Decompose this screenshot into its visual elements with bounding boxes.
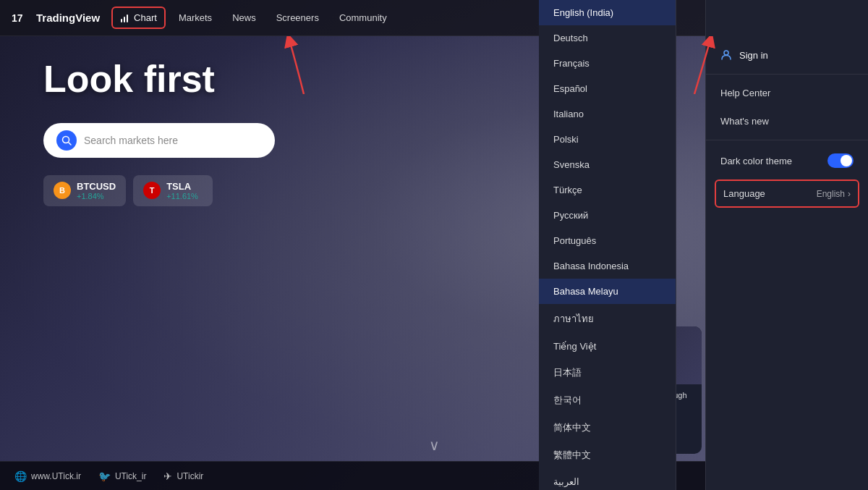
svg-text:17: 17 [12, 12, 23, 24]
dark-theme-row: Dark color theme [706, 145, 868, 177]
whats-new-link[interactable]: What's new [706, 107, 868, 135]
twitter-icon: 🐦 [98, 470, 111, 482]
search-placeholder: Search markets here [84, 135, 178, 146]
lang-item-vietnamese[interactable]: Tiếng Việt [539, 334, 676, 359]
lang-item-bahasa-indonesia[interactable]: Bahasa Indonesia [539, 253, 676, 279]
lang-item-traditional-chinese[interactable]: 繁體中文 [539, 442, 676, 469]
logo-icon: 17 [12, 11, 32, 25]
lang-item-polski[interactable]: Polski [539, 127, 676, 152]
sign-in-label: Sign in [739, 50, 768, 61]
chevron-right-icon: › [848, 189, 851, 199]
tsla-symbol: TSLA [166, 181, 198, 192]
search-bar[interactable]: Search markets here [43, 123, 275, 158]
language-value: English [817, 189, 845, 199]
lang-item-thai[interactable]: ภาษาไทย [539, 304, 676, 334]
sign-in-icon [720, 49, 732, 61]
ticker-chip-btcusd[interactable]: B BTCUSD +1.84% [43, 175, 126, 206]
lang-item-simplified-chinese[interactable]: 简体中文 [539, 414, 676, 442]
community-label: Community [339, 12, 387, 23]
website-label: www.UTick.ir [31, 471, 81, 481]
lang-item-arabic[interactable]: العربية [539, 469, 676, 490]
chart-label: Chart [134, 12, 157, 23]
search-icon [61, 135, 72, 145]
lang-item-english-india[interactable]: English (India) [539, 0, 676, 25]
sign-in-button[interactable]: Sign in [706, 41, 868, 69]
hero-title: Look first [43, 58, 275, 101]
dark-theme-toggle[interactable] [827, 153, 854, 168]
bottom-telegram[interactable]: ✈ UTickir [163, 470, 203, 482]
lang-item-korean[interactable]: 한국어 [539, 386, 676, 414]
lang-item-espanol[interactable]: Español [539, 76, 676, 101]
lang-item-japanese[interactable]: 日本語 [539, 359, 676, 386]
svg-rect-2 [124, 17, 125, 22]
nav-markets[interactable]: Markets [171, 8, 219, 28]
language-label: Language [723, 188, 765, 199]
lang-item-russian[interactable]: Русский [539, 203, 676, 228]
btcusd-info: BTCUSD +1.84% [77, 181, 116, 200]
ticker-row: B BTCUSD +1.84% T TSLA +11.61% [43, 175, 275, 206]
tsla-change: +11.61% [166, 192, 198, 200]
language-dropdown: English (India) Deutsch Français Español… [539, 0, 676, 490]
whats-new-label: What's new [720, 116, 769, 127]
lang-item-svenska[interactable]: Svenska [539, 152, 676, 177]
user-panel: Sign in Help Center What's new Dark colo… [705, 0, 868, 490]
panel-divider-1 [706, 74, 868, 75]
scroll-indicator: ∨ [429, 436, 440, 454]
lang-item-bahasa-melayu[interactable]: Bahasa Melayu [539, 279, 676, 304]
lang-item-turkce[interactable]: Türkçe [539, 177, 676, 203]
btcusd-symbol: BTCUSD [77, 181, 116, 192]
brand-name: TradingView [36, 12, 100, 24]
screeners-label: Screeners [276, 12, 319, 23]
help-center-link[interactable]: Help Center [706, 79, 868, 107]
svg-rect-1 [121, 19, 122, 22]
lang-item-italiano[interactable]: Italiano [539, 101, 676, 127]
twitter-label: UTick_ir [115, 471, 147, 481]
language-value-row: English › [817, 189, 851, 199]
bottom-website[interactable]: 🌐 www.UTick.ir [14, 470, 81, 482]
nav-screeners[interactable]: Screeners [269, 8, 326, 28]
btcusd-change: +1.84% [77, 192, 116, 200]
lang-item-francais[interactable]: Français [539, 51, 676, 76]
globe-icon: 🌐 [14, 470, 27, 482]
hero-content: Look first Search markets here B BTCUSD … [43, 58, 275, 206]
nav-chart[interactable]: Chart [111, 7, 166, 29]
lang-item-portuguese[interactable]: Português [539, 228, 676, 253]
lang-item-deutsch[interactable]: Deutsch [539, 25, 676, 51]
brand-logo: 17 TradingView [12, 11, 100, 25]
svg-point-9 [724, 51, 728, 55]
nav-news[interactable]: News [225, 8, 263, 28]
nav-community[interactable]: Community [332, 8, 394, 28]
search-icon-circle [56, 130, 77, 151]
bottom-twitter[interactable]: 🐦 UTick_ir [98, 470, 147, 482]
ticker-chip-tsla[interactable]: T TSLA +11.61% [133, 175, 213, 206]
tsla-icon: T [143, 182, 161, 199]
panel-divider-2 [706, 140, 868, 140]
chart-icon [120, 13, 130, 23]
svg-rect-3 [127, 14, 128, 22]
telegram-label: UTickir [176, 471, 203, 481]
svg-line-8 [69, 142, 72, 145]
language-row[interactable]: Language English › [715, 179, 859, 208]
dark-theme-label: Dark color theme [720, 156, 792, 166]
tsla-info: TSLA +11.61% [166, 181, 198, 200]
markets-label: Markets [179, 12, 212, 23]
btc-icon: B [54, 182, 71, 199]
news-label: News [232, 12, 256, 23]
telegram-icon: ✈ [163, 470, 172, 482]
help-center-label: Help Center [720, 88, 770, 98]
